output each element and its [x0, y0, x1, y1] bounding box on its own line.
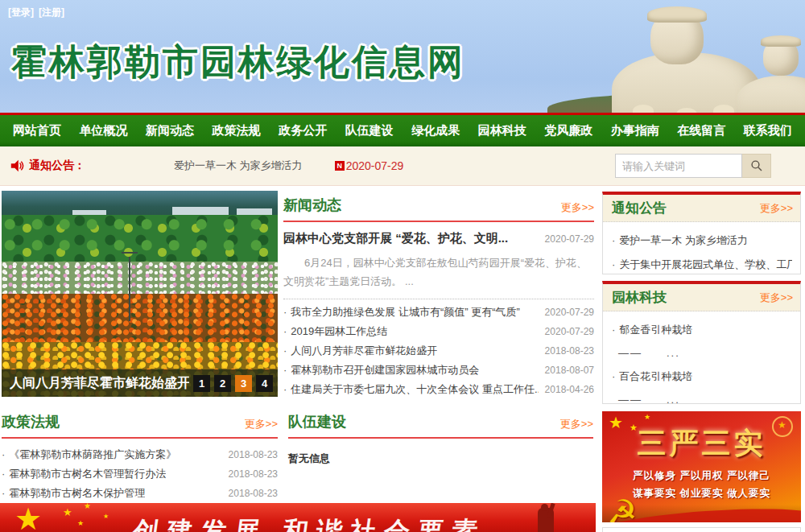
news-item-title[interactable]: 2019年园林工作总结 — [283, 324, 387, 339]
news-item-title[interactable]: 霍林郭勒市召开创建国家园林城市动员会 — [283, 363, 479, 377]
news-list-item[interactable]: 霍林郭勒市召开创建国家园林城市动员会 2018-08-07 — [283, 361, 594, 380]
magnifier-icon — [750, 159, 763, 172]
photo-carousel[interactable]: 人间八月芳菲尽霍市鲜花始盛开 1 2 3 4 — [2, 191, 278, 397]
mound — [633, 105, 654, 113]
featured-news-title[interactable]: 园林中心党支部开展 “爱花、护花、文明... — [283, 231, 508, 246]
policy-item-title[interactable]: 霍林郭勒市古树名木保护管理 — [2, 486, 145, 501]
pager-button-3-active[interactable]: 3 — [235, 375, 252, 392]
news-item-title[interactable]: 人间八月芳菲尽霍市鲜花始盛开 — [283, 344, 437, 358]
notice-ticker-bar: 通知公告： 爱护一草一木 为家乡增活力 N 2020-07-29 — [0, 146, 805, 186]
garden-tech-item-sub: —— ... — [612, 342, 792, 365]
news-item-date: 2020-07-29 — [545, 307, 594, 318]
main-nav: 网站首页 单位概况 新闻动态 政策法规 政务公开 队伍建设 绿化成果 园林科技 … — [0, 113, 805, 146]
party-emblem-icon: ☭ — [607, 493, 638, 522]
nav-item-message[interactable]: 在线留言 — [674, 123, 729, 138]
banner-calligraphy-partial: 创建发展 和谐社会要素 — [130, 514, 488, 532]
news-section: 新闻动态 更多>> 园林中心党支部开展 “爱花、护花、文明... 2020-07… — [283, 196, 594, 399]
nav-item-policy[interactable]: 政策法规 — [209, 123, 264, 138]
policy-item-date: 2018-08-23 — [229, 488, 278, 499]
nav-item-greening[interactable]: 绿化成果 — [408, 123, 463, 138]
announcements-title: 通知公告 — [612, 199, 667, 217]
policy-list-item[interactable]: 《霍林郭勒市林荫路推广实施方案》 2018-08-23 — [2, 445, 278, 464]
announcements-more-link[interactable]: 更多>> — [760, 201, 793, 216]
garden-tech-item[interactable]: 百合花引种栽培 — [612, 365, 792, 389]
star-icon: ★ — [103, 513, 109, 520]
auth-links: [登录][注册] — [8, 6, 69, 19]
statue-large-hat — [647, 6, 707, 23]
worker-statue-silhouette — [538, 508, 554, 532]
news-item-date: 2018-08-23 — [545, 345, 594, 357]
policy-section: 政策法规 更多>> 《霍林郭勒市林荫路推广实施方案》 2018-08-23 霍林… — [2, 412, 278, 503]
news-list: 我市全力助推绿色发展 让城市有“颜值” 更有“气质” 2020-07-29 20… — [283, 303, 594, 399]
sprinkler — [129, 257, 130, 321]
garden-tech-more-link[interactable]: 更多>> — [760, 291, 793, 305]
announcement-item[interactable]: 爱护一草一木 为家乡增活力 — [612, 229, 792, 253]
nav-item-team[interactable]: 队伍建设 — [342, 123, 397, 138]
garden-tech-title: 园林科技 — [612, 288, 667, 307]
sanyan-line1: 严以修身 严以用权 严以律己 — [602, 469, 801, 483]
nav-item-about[interactable]: 单位概况 — [76, 123, 131, 138]
pager-button-1[interactable]: 1 — [193, 375, 210, 392]
register-link[interactable]: [注册] — [39, 6, 64, 18]
announcements-box: 通知公告 更多>> 爱护一草一木 为家乡增活力 关于集中开展花园式单位、学校、工… — [602, 192, 801, 274]
nav-item-contact[interactable]: 联系我们 — [741, 123, 795, 138]
garden-tech-item[interactable]: 郁金香引种栽培 — [612, 318, 792, 342]
nav-item-guide[interactable]: 办事指南 — [608, 123, 663, 138]
news-item-date: 2020-07-29 — [545, 326, 594, 337]
announcement-item[interactable]: 关于集中开展花园式单位、学校、工厂... — [612, 253, 792, 277]
news-item-date: 2018-04-26 — [545, 384, 594, 395]
nav-item-party[interactable]: 党风廉政 — [541, 123, 596, 138]
policy-more-link[interactable]: 更多>> — [245, 417, 278, 431]
speaker-icon — [10, 159, 24, 173]
policy-section-title: 政策法规 — [2, 412, 60, 431]
search-button[interactable] — [742, 154, 771, 178]
team-section-title: 队伍建设 — [288, 412, 346, 431]
news-item-title[interactable]: 住建局关于市委七届九次、十次全体会议 重点工作任... — [283, 382, 539, 397]
news-list-item[interactable]: 人间八月芳菲尽霍市鲜花始盛开 2018-08-23 — [283, 341, 594, 361]
garden-tech-item-sub: —— ... — [612, 389, 792, 412]
team-more-link[interactable]: 更多>> — [560, 417, 593, 431]
news-list-item[interactable]: 住建局关于市委七届九次、十次全体会议 重点工作任... 2018-04-26 — [283, 380, 594, 399]
notice-ticker-link[interactable]: 爱护一草一木 为家乡增活力 — [174, 159, 303, 173]
pager-button-2[interactable]: 2 — [214, 375, 231, 392]
policy-item-date: 2018-08-23 — [229, 449, 278, 460]
policy-list-item[interactable]: 霍林郭勒市古树名木管理暂行办法 2018-08-23 — [2, 464, 278, 484]
statues-photo — [555, 0, 805, 113]
site-header: [登录][注册] 霍林郭勒市园林绿化信息网 — [0, 0, 805, 113]
mound — [713, 105, 734, 113]
login-link[interactable]: [登录] — [8, 6, 34, 18]
carousel-pink-flowers — [2, 262, 278, 294]
pager-button-4[interactable]: 4 — [256, 375, 273, 392]
star-icon: ★ — [644, 413, 650, 421]
nav-item-home[interactable]: 网站首页 — [10, 123, 64, 138]
featured-news-summary[interactable]: 6月24日，园林中心党支部在敖包山芍药园开展“爱花、护花、文明赏花”主题党日活动… — [283, 254, 594, 291]
nav-item-tech[interactable]: 园林科技 — [475, 123, 530, 138]
team-section: 队伍建设 更多>> 暂无信息 — [288, 412, 593, 466]
divider — [288, 437, 593, 439]
news-section-title: 新闻动态 — [283, 196, 341, 215]
policy-item-title[interactable]: 《霍林郭勒市林荫路推广实施方案》 — [2, 447, 176, 462]
news-item-title[interactable]: 我市全力助推绿色发展 让城市有“颜值” 更有“气质” — [283, 305, 520, 320]
news-more-link[interactable]: 更多>> — [561, 200, 594, 215]
carousel-orange-flowers — [2, 294, 278, 342]
bottom-red-banner[interactable]: ★ ★ ★ ★ ★ 创建发展 和谐社会要素 — [0, 503, 596, 532]
divider — [2, 437, 278, 439]
nav-item-news[interactable]: 新闻动态 — [142, 123, 197, 138]
divider — [283, 221, 594, 222]
bottom-right-empty-box: 暂无信息 — [602, 527, 801, 532]
nav-item-gov-open[interactable]: 政务公开 — [275, 123, 330, 138]
new-badge-icon: N — [335, 161, 345, 171]
carousel-pager: 1 2 3 4 — [189, 375, 273, 392]
star-icon: ★ — [77, 519, 84, 527]
policy-item-title[interactable]: 霍林郭勒市古树名木管理暂行办法 — [2, 467, 166, 481]
star-icon: ★ — [14, 503, 42, 532]
news-list-item[interactable]: 2019年园林工作总结 2020-07-29 — [283, 322, 594, 341]
page-root: [登录][注册] 霍林郭勒市园林绿化信息网 网站首页 单位概况 新闻动态 政策法… — [0, 0, 805, 532]
sanyan-sanshi-banner[interactable]: ★ ★ ★ 三严三实 严以修身 严以用权 严以律己 谋事要实 创业要实 做人要实… — [602, 411, 801, 522]
dotted-divider — [283, 299, 594, 299]
carousel-caption[interactable]: 人间八月芳菲尽霍市鲜花始盛开 — [10, 375, 189, 392]
featured-news-date: 2020-07-29 — [545, 233, 594, 245]
news-list-item[interactable]: 我市全力助推绿色发展 让城市有“颜值” 更有“气质” 2020-07-29 — [283, 303, 594, 322]
search-input[interactable] — [615, 154, 742, 178]
policy-list-item[interactable]: 霍林郭勒市古树名木保护管理 2018-08-23 — [2, 484, 278, 503]
